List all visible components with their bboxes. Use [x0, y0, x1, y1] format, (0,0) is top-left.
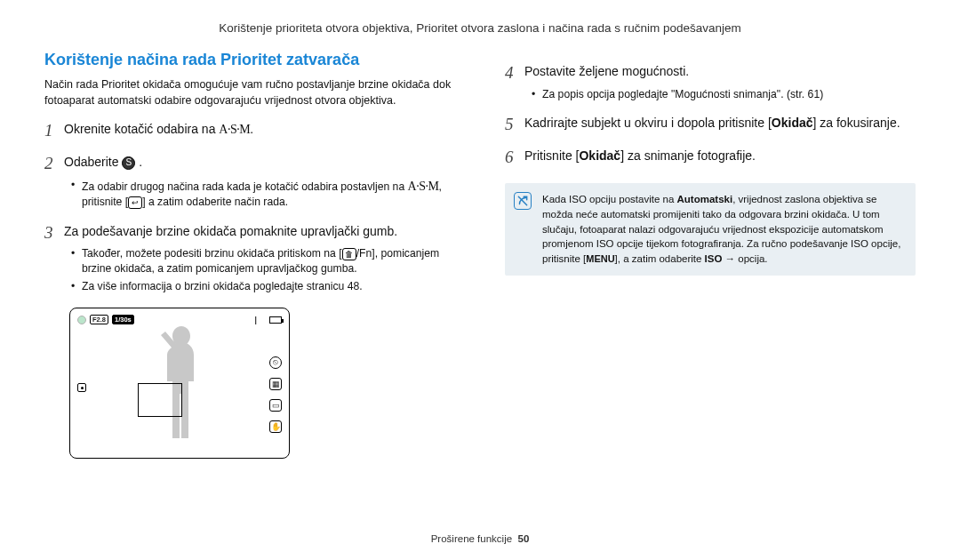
- trash-fn-icon: 🗑: [342, 248, 356, 260]
- note-text: opcija.: [738, 253, 767, 264]
- shutter-bold: Okidač: [772, 116, 813, 130]
- s-mode-icon: S: [122, 156, 135, 170]
- tick-mark: |: [255, 316, 257, 324]
- step-text: Odaberite: [64, 155, 122, 169]
- stabilizer-icon: ✋: [269, 420, 282, 433]
- step-number: 3: [44, 223, 64, 244]
- step-text: ] za fokusiranje.: [813, 116, 900, 130]
- flash-off-icon: ⦸: [269, 356, 282, 369]
- bullet-text: Za popis opcija pogledajte "Mogućnosti s…: [532, 87, 916, 102]
- page-footer: Proširene funkcije 50: [0, 533, 960, 544]
- menu-label: MENU: [586, 253, 614, 264]
- shutter-bold: Okidač: [579, 148, 620, 163]
- bullet-text: Također, možete podesiti brzinu okidača …: [82, 247, 342, 260]
- focus-frame: [138, 383, 182, 417]
- step-number: 2: [44, 154, 64, 174]
- camera-lcd-diagram: F2.8 1/30s | ⦸ ▦ ▭ ✋: [69, 308, 290, 459]
- single-shot-icon: ▭: [269, 399, 282, 412]
- intro-paragraph: Način rada Prioritet okidača omogućuje v…: [44, 76, 462, 108]
- footer-label: Proširene funkcije: [431, 533, 512, 544]
- note-text: Kada ISO opciju postavite na: [542, 194, 677, 204]
- info-note: Kada ISO opciju postavite na Automatski,…: [505, 183, 916, 276]
- step-text: Kadrirajte subjekt u okviru i dopola pri…: [524, 116, 772, 130]
- af-point-icon: [77, 383, 86, 392]
- step-text: .: [250, 122, 253, 136]
- note-bold: Automatski: [677, 194, 733, 204]
- step-2-bullets: Za odabir drugog načina rada kada je kot…: [71, 178, 462, 211]
- step-4-bullets: Za popis opcija pogledajte "Mogućnosti s…: [532, 87, 916, 102]
- arrow-icon: →: [722, 253, 738, 264]
- note-bold: ISO: [705, 253, 723, 264]
- step-text: ] za snimanje fotografije.: [620, 148, 756, 163]
- bullet-text: ] a zatim odaberite način rada.: [142, 196, 288, 208]
- left-column: Korištenje načina rada Prioritet zatvara…: [44, 51, 462, 459]
- mode-dial-label: A·S·M: [408, 180, 439, 193]
- step-text: .: [139, 155, 142, 169]
- step-6: 6 Pritisnite [Okidač] za snimanje fotogr…: [505, 148, 916, 168]
- step-text: Za podešavanje brzine okidača pomaknite …: [64, 223, 397, 241]
- back-icon: ↩: [128, 196, 142, 209]
- step-text: Postavite željene mogućnosti.: [524, 63, 689, 81]
- step-number: 6: [505, 148, 524, 168]
- step-2: 2 Odaberite S .: [44, 154, 462, 174]
- section-title: Korištenje načina rada Prioritet zatvara…: [44, 51, 462, 69]
- shutter-readout: 1/30s: [112, 315, 134, 324]
- step-1: 1 Okrenite kotačić odabira na A·S·M.: [44, 121, 462, 141]
- right-column: 4 Postavite željene mogućnosti. Za popis…: [505, 51, 916, 459]
- note-text: ], a zatim odaberite: [615, 253, 705, 264]
- step-4: 4 Postavite željene mogućnosti.: [505, 63, 916, 84]
- step-number: 5: [505, 115, 524, 135]
- bullet-text: Za više informacija o brzini okidača pog…: [71, 279, 462, 294]
- page-number: 50: [518, 533, 530, 544]
- mode-indicator-icon: [77, 316, 86, 324]
- step-number: 1: [44, 121, 64, 141]
- step-number: 4: [505, 63, 524, 84]
- metering-icon: ▦: [269, 378, 282, 390]
- bullet-text: Za odabir drugog načina rada kada je kot…: [82, 180, 408, 193]
- step-text: Pritisnite [: [524, 148, 579, 163]
- mode-dial-label: A·S·M: [219, 123, 250, 136]
- step-5: 5 Kadrirajte subjekt u okviru i dopola p…: [505, 115, 916, 135]
- note-icon: [514, 192, 532, 210]
- aperture-readout: F2.8: [90, 315, 108, 324]
- step-text: Okrenite kotačić odabira na: [64, 122, 219, 136]
- chapter-header: Korištenje prioriteta otvora objektiva, …: [44, 21, 916, 35]
- step-3-bullets: Također, možete podesiti brzinu okidača …: [71, 246, 462, 294]
- step-3: 3 Za podešavanje brzine okidača pomaknit…: [44, 223, 462, 244]
- battery-icon: [269, 316, 282, 324]
- lcd-side-icons: ⦸ ▦ ▭ ✋: [269, 356, 282, 433]
